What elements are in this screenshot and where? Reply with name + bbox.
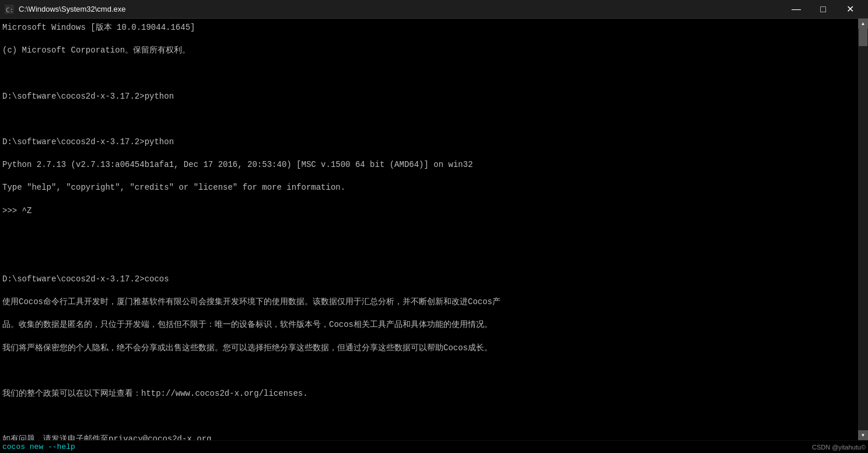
scrollbar[interactable]: ▲ ▼ xyxy=(858,19,868,440)
scrollbar-up-button[interactable]: ▲ xyxy=(858,19,868,29)
console-line: D:\software\cocos2d-x-3.17.2>cocos xyxy=(2,274,856,285)
console-line: 品。收集的数据是匿名的，只位于开发端，包括但不限于：唯一的设备标识，软件版本号，… xyxy=(2,319,856,331)
cmd-icon: C:\ xyxy=(5,5,14,14)
console-line: D:\software\cocos2d-x-3.17.2>python xyxy=(2,91,856,103)
console-line: 使用Cocos命令行工具开发时，厦门雅基软件有限公司会搜集开发环境下的使用数据。… xyxy=(2,297,856,308)
console-line: Python 2.7.13 (v2.7.13:a06454b1afa1, Dec… xyxy=(2,159,856,171)
bottom-input-text: cocos new --help xyxy=(2,442,75,451)
console-line: Type "help", "copyright", "credits" or "… xyxy=(2,182,856,194)
title-bar: C:\ C:\Windows\System32\cmd.exe — □ ✕ xyxy=(0,0,868,19)
close-button[interactable]: ✕ xyxy=(836,0,863,19)
window-controls: — □ ✕ xyxy=(783,0,863,19)
console-line: 我们的整个政策可以在以下网址查看：http://www.cocos2d-x.or… xyxy=(2,388,856,400)
console-line: 如有问题，请发送电子邮件至privacy@cocos2d-x.org。 xyxy=(2,434,856,440)
cmd-window: C:\ C:\Windows\System32\cmd.exe — □ ✕ Mi… xyxy=(0,0,868,453)
console-line: (c) Microsoft Corporation。保留所有权利。 xyxy=(2,45,856,57)
console-line: >>> ^Z xyxy=(2,205,856,217)
console-output[interactable]: Microsoft Windows [版本 10.0.19044.1645] (… xyxy=(0,19,858,440)
minimize-button[interactable]: — xyxy=(783,0,810,19)
svg-text:C:\: C:\ xyxy=(6,6,14,14)
bottom-bar-text: CSDN @yitahutu© xyxy=(812,444,866,451)
scrollbar-track[interactable] xyxy=(858,29,868,430)
scrollbar-down-button[interactable]: ▼ xyxy=(858,430,868,440)
maximize-button[interactable]: □ xyxy=(810,0,836,19)
console-line: D:\software\cocos2d-x-3.17.2>python xyxy=(2,137,856,148)
scrollbar-thumb[interactable] xyxy=(859,29,867,46)
window-title: C:\Windows\System32\cmd.exe xyxy=(19,5,783,13)
console-line: 我们将严格保密您的个人隐私，绝不会分享或出售这些数据。您可以选择拒绝分享这些数据… xyxy=(2,343,856,354)
console-line: Microsoft Windows [版本 10.0.19044.1645] xyxy=(2,22,856,34)
console-body: Microsoft Windows [版本 10.0.19044.1645] (… xyxy=(0,19,868,440)
